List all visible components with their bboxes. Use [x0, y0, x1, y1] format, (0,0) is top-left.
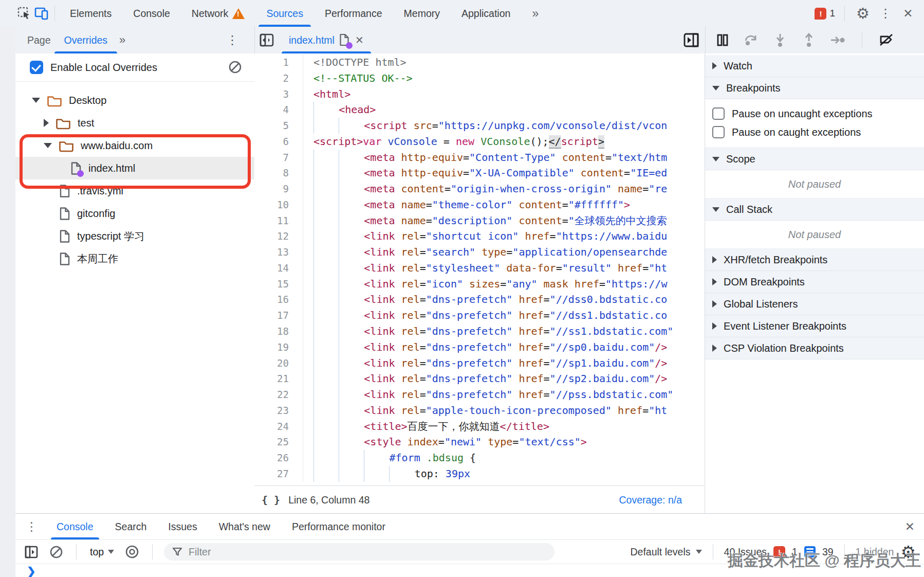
code-line[interactable]: 27top: 39px — [254, 466, 705, 482]
section-breakpoints[interactable]: Breakpoints — [705, 77, 924, 99]
editor-tab-index-html[interactable]: index.html ✕ — [282, 27, 371, 53]
section-dom-breakpoints[interactable]: DOM Breakpoints — [705, 271, 924, 293]
pause-caught-row[interactable]: Pause on caught exceptions — [712, 123, 924, 141]
chevron-right-icon[interactable] — [44, 119, 49, 127]
enable-local-overrides-checkbox[interactable] — [30, 61, 43, 74]
line-number[interactable]: 3 — [254, 86, 303, 102]
section-global-listeners[interactable]: Global Listeners — [705, 293, 924, 315]
code-line[interactable]: 21<link rel="dns-prefetch" href="//sp2.b… — [254, 371, 705, 387]
more-tabs-icon[interactable]: » — [521, 0, 549, 27]
sidebar-tab-page[interactable]: Page — [21, 27, 58, 53]
close-tab-icon[interactable]: ✕ — [355, 34, 364, 46]
close-drawer-icon[interactable]: ✕ — [905, 514, 915, 539]
drawer-tab-search[interactable]: Search — [104, 514, 158, 539]
code-line[interactable]: 15<link rel="icon" sizes="any" mask href… — [254, 276, 705, 292]
line-number[interactable]: 11 — [254, 213, 303, 229]
pause-caught-checkbox[interactable] — [712, 126, 725, 138]
tree-row-typescript[interactable]: typescript 学习 — [15, 225, 254, 247]
javascript-context-select[interactable]: top — [88, 546, 116, 558]
tab-performance[interactable]: Performance — [314, 0, 393, 27]
console-filter-input[interactable]: Filter — [164, 543, 555, 561]
clear-overrides-icon[interactable] — [228, 60, 242, 74]
section-call-stack[interactable]: Call Stack — [705, 199, 924, 221]
sidebar-kebab-menu-icon[interactable]: ⋮ — [224, 31, 241, 49]
tab-console[interactable]: Console — [122, 0, 181, 27]
line-number[interactable]: 5 — [254, 118, 303, 134]
log-levels-select[interactable]: Default levels — [630, 546, 701, 558]
code-editor[interactable]: 1<!DOCTYPE html>2<!--STATUS OK-->3<html>… — [254, 53, 705, 485]
code-line[interactable]: 12<link rel="shortcut icon" href="https:… — [254, 228, 705, 244]
pause-uncaught-row[interactable]: Pause on uncaught exceptions — [712, 104, 924, 123]
tab-network[interactable]: Network — [181, 0, 256, 27]
line-number[interactable]: 14 — [254, 260, 303, 276]
line-number[interactable]: 26 — [254, 450, 303, 466]
section-watch[interactable]: Watch — [705, 55, 924, 77]
chevron-down-icon[interactable] — [32, 98, 40, 103]
tree-row-travis-yml[interactable]: .travis.yml — [15, 179, 254, 202]
drawer-kebab-menu-icon[interactable]: ⋮ — [15, 514, 46, 539]
close-devtools-icon[interactable]: ✕ — [899, 5, 917, 22]
device-toolbar-icon[interactable] — [33, 5, 50, 22]
line-number[interactable]: 15 — [254, 276, 303, 292]
deactivate-breakpoints-icon[interactable] — [878, 31, 895, 49]
line-number[interactable]: 10 — [254, 197, 303, 213]
line-number[interactable]: 4 — [254, 102, 303, 118]
tree-row-benzhou[interactable]: 本周工作 — [15, 247, 254, 270]
tree-row-desktop[interactable]: Desktop — [15, 89, 254, 112]
pretty-print-icon[interactable]: { } — [262, 494, 280, 506]
code-line[interactable]: 22<link rel="dns-prefetch" href="//pss.b… — [254, 387, 705, 403]
line-number[interactable]: 6 — [254, 134, 303, 150]
section-csp-breakpoints[interactable]: CSP Violation Breakpoints — [705, 337, 924, 359]
tab-sources[interactable]: Sources — [255, 0, 314, 27]
live-expression-eye-icon[interactable] — [123, 543, 141, 561]
step-icon[interactable] — [829, 31, 846, 49]
drawer-tab-whats-new[interactable]: What's new — [208, 514, 281, 539]
code-line[interactable]: 19<link rel="dns-prefetch" href="//sp0.b… — [254, 339, 705, 355]
tree-row-www-baidu-com[interactable]: www.baidu.com — [15, 134, 254, 157]
drawer-tab-issues[interactable]: Issues — [157, 514, 208, 539]
tree-row-index-html[interactable]: index.html — [15, 157, 254, 179]
code-line[interactable]: 13<link rel="search" type="application/o… — [254, 244, 705, 260]
line-number[interactable]: 23 — [254, 403, 303, 419]
code-line[interactable]: 10<meta name="theme-color" content="#fff… — [254, 197, 705, 213]
show-console-sidebar-icon[interactable] — [23, 543, 40, 561]
line-number[interactable]: 7 — [254, 150, 303, 166]
tree-row-gitconfig[interactable]: gitconfig — [15, 202, 254, 225]
line-number[interactable]: 9 — [254, 181, 303, 197]
line-number[interactable]: 17 — [254, 308, 303, 323]
code-line[interactable]: 2<!--STATUS OK--> — [254, 70, 705, 86]
settings-gear-icon[interactable]: ⚙ — [854, 5, 872, 22]
show-navigator-panel-icon[interactable] — [682, 31, 700, 49]
code-line[interactable]: 3<html> — [254, 86, 705, 102]
code-line[interactable]: 17<link rel="dns-prefetch" href="//dss1.… — [254, 308, 705, 323]
collapse-navigator-icon[interactable] — [258, 31, 275, 49]
tab-application[interactable]: Application — [451, 0, 521, 27]
line-number[interactable]: 8 — [254, 165, 303, 181]
code-line[interactable]: 9<meta content="origin-when-cross-origin… — [254, 181, 705, 197]
line-number[interactable]: 1 — [254, 55, 303, 70]
tab-elements[interactable]: Elements — [59, 0, 122, 27]
code-line[interactable]: 25<style index="newi" type="text/css"> — [254, 434, 705, 450]
more-sidebar-tabs-icon[interactable]: » — [114, 33, 131, 47]
chevron-down-icon[interactable] — [44, 143, 52, 148]
code-line[interactable]: 18<link rel="dns-prefetch" href="//ss1.b… — [254, 323, 705, 339]
section-event-listener-breakpoints[interactable]: Event Listener Breakpoints — [705, 315, 924, 337]
error-count-icon[interactable]: ! — [815, 8, 826, 20]
line-number[interactable]: 19 — [254, 339, 303, 355]
step-out-icon[interactable] — [800, 31, 818, 49]
code-line[interactable]: 26#form .bdsug { — [254, 450, 705, 466]
code-line[interactable]: 5<script src="https://unpkg.com/vconsole… — [254, 118, 705, 134]
line-number[interactable]: 25 — [254, 434, 303, 450]
line-number[interactable]: 12 — [254, 228, 303, 244]
pause-script-execution-icon[interactable] — [714, 31, 731, 49]
kebab-menu-icon[interactable]: ⋮ — [877, 5, 894, 22]
sidebar-tab-overrides[interactable]: Overrides — [58, 27, 115, 53]
coverage-link[interactable]: Coverage: n/a — [619, 494, 682, 506]
line-number[interactable]: 27 — [254, 466, 303, 482]
code-line[interactable]: 11<meta name="description" content="全球领先… — [254, 213, 705, 229]
code-line[interactable]: 8<meta http-equiv="X-UA-Compatible" cont… — [254, 165, 705, 181]
section-xhr-breakpoints[interactable]: XHR/fetch Breakpoints — [705, 249, 924, 271]
code-line[interactable]: 1<!DOCTYPE html> — [254, 55, 705, 70]
drawer-tab-performance-monitor[interactable]: Performance monitor — [281, 514, 396, 539]
code-line[interactable]: 16<link rel="dns-prefetch" href="//dss0.… — [254, 292, 705, 308]
